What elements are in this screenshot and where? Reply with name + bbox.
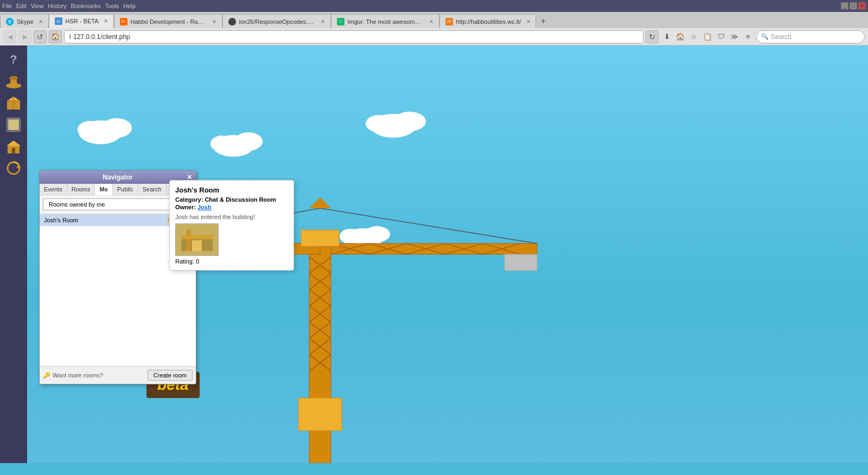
- tab-search[interactable]: Search: [138, 184, 167, 195]
- tab-util-label: http://habboutilities.wc.lt/: [456, 18, 521, 25]
- menu-history[interactable]: History: [48, 3, 66, 9]
- maximize-button[interactable]: □: [850, 2, 857, 10]
- tab-github-close[interactable]: ×: [321, 18, 325, 25]
- tab-public[interactable]: Public: [113, 184, 138, 195]
- tab-imgur-close[interactable]: ×: [430, 18, 433, 25]
- menu-edit[interactable]: Edit: [16, 3, 27, 9]
- hsr-favicon: H: [55, 17, 62, 25]
- home-icon[interactable]: 🏠: [674, 31, 686, 43]
- tab-hsr-label: HSR - BETA: [66, 18, 99, 24]
- star-icon[interactable]: ☆: [688, 31, 700, 43]
- room-tooltip-popup: Josh's Room Category: Chat & Discussion …: [169, 180, 294, 271]
- tab-events[interactable]: Events: [40, 184, 67, 195]
- svg-point-20: [371, 114, 416, 138]
- minimize-button[interactable]: _: [841, 2, 848, 10]
- download-icon[interactable]: ⬇: [661, 31, 673, 43]
- sidebar-box-icon[interactable]: [4, 93, 23, 113]
- room-popup-title: Josh's Room: [175, 186, 288, 194]
- room-popup-owner: Owner: Josh: [175, 204, 288, 210]
- tab-util-close[interactable]: ×: [526, 18, 530, 25]
- svg-rect-79: [187, 229, 191, 251]
- svg-point-15: [101, 118, 132, 138]
- skype-favicon: S: [6, 18, 14, 25]
- new-tab-button[interactable]: +: [536, 14, 550, 28]
- svg-point-22: [366, 115, 392, 132]
- game-area: ?: [0, 46, 868, 463]
- want-more-rooms-label: Want more rooms?: [53, 372, 103, 378]
- tab-habbo-close[interactable]: ×: [213, 18, 216, 25]
- search-icon: 🔍: [761, 33, 769, 40]
- refresh-button[interactable]: ↻: [646, 30, 659, 43]
- svg-rect-81: [192, 240, 202, 251]
- svg-rect-8: [8, 119, 19, 130]
- util-favicon: H: [445, 18, 453, 25]
- svg-rect-80: [181, 235, 213, 239]
- close-button[interactable]: ✕: [858, 2, 866, 10]
- toolbar-icons: ⬇ 🏠 ☆ 📋 🛡 ≫ ≡: [661, 31, 754, 43]
- svg-point-21: [393, 112, 426, 131]
- tab-skype-label: Skype: [17, 18, 34, 25]
- tab-me[interactable]: Me: [95, 184, 112, 195]
- svg-line-62: [320, 208, 537, 243]
- sidebar-refresh-icon[interactable]: [4, 158, 23, 178]
- menu-view[interactable]: View: [31, 3, 44, 9]
- tab-hsr-close[interactable]: ×: [104, 17, 108, 25]
- navigator-bottom-text: 🔑 Want more rooms?: [43, 372, 144, 379]
- rating-value: 0: [196, 258, 199, 265]
- shield-icon[interactable]: 🛡: [715, 31, 727, 43]
- menu-tools[interactable]: Tools: [105, 3, 119, 9]
- url-text: 127.0.0.1/client.php: [73, 33, 130, 41]
- menu-bookmarks[interactable]: Bookmarks: [71, 3, 101, 9]
- svg-point-2: [9, 76, 18, 80]
- tab-rooms[interactable]: Rooms: [67, 184, 95, 195]
- clipboard-icon[interactable]: 📋: [701, 31, 713, 43]
- back-button[interactable]: ◀: [3, 30, 16, 43]
- menu-icon[interactable]: ≡: [742, 31, 754, 43]
- tab-util[interactable]: H http://habboutilities.wc.lt/ ×: [439, 14, 537, 28]
- sidebar-hat-icon[interactable]: [4, 72, 23, 91]
- svg-point-16: [78, 121, 101, 138]
- forward-button[interactable]: ▶: [18, 30, 31, 43]
- room-popup-category: Category: Chat & Discussion Room: [175, 196, 288, 203]
- tab-imgur-label: Imgur: The most awesome im...: [348, 18, 424, 25]
- tab-habbo[interactable]: H Habbo Development - RaGEZ... ×: [114, 14, 222, 28]
- home-button[interactable]: 🏠: [49, 30, 62, 43]
- search-placeholder: Search: [771, 33, 792, 41]
- tab-skype-close[interactable]: ×: [39, 18, 43, 25]
- room-popup-description: Josh has entered the building!: [175, 214, 288, 220]
- search-bar[interactable]: 🔍 Search: [756, 30, 865, 43]
- more-icon[interactable]: ≫: [729, 31, 741, 43]
- window-controls: _ □ ✕: [841, 2, 866, 10]
- svg-point-19: [210, 136, 232, 152]
- habbo-favicon: H: [120, 18, 127, 25]
- sidebar-room-icon[interactable]: [4, 137, 23, 156]
- tab-skype[interactable]: S Skype ×: [0, 14, 49, 28]
- menu-help[interactable]: Help: [123, 3, 136, 9]
- create-room-button[interactable]: Create room: [148, 370, 193, 381]
- tab-github[interactable]: ⚫ ion26/ResponseOpcodes.cs a... ×: [222, 14, 331, 28]
- navigation-bar: ◀ ▶ ↺ 🏠 ℹ 127.0.0.1/client.php ↻ ⬇ 🏠 ☆ 📋…: [0, 28, 868, 46]
- tab-bar: S Skype × H HSR - BETA × H Habbo Develop…: [0, 12, 868, 28]
- reload-button[interactable]: ↺: [34, 30, 47, 43]
- title-bar: File Edit View History Bookmarks Tools H…: [0, 0, 868, 12]
- room-thumbnail: [175, 223, 219, 256]
- imgur-favicon: i: [337, 18, 344, 25]
- sidebar-portrait-icon[interactable]: [4, 115, 23, 134]
- svg-rect-75: [301, 230, 339, 246]
- room-owner-link[interactable]: Josh: [197, 204, 212, 210]
- github-favicon: ⚫: [228, 18, 236, 25]
- menu-file[interactable]: File: [2, 3, 12, 9]
- sidebar-question-icon[interactable]: ?: [4, 50, 23, 69]
- svg-rect-76: [298, 398, 342, 431]
- svg-point-18: [234, 132, 263, 151]
- left-sidebar: ?: [0, 46, 27, 463]
- svg-point-17: [213, 135, 254, 157]
- url-lock-icon: ℹ: [69, 33, 71, 40]
- navigator-bottom: 🔑 Want more rooms? Create room: [40, 366, 196, 384]
- svg-rect-11: [12, 148, 15, 153]
- tab-imgur[interactable]: i Imgur: The most awesome im... ×: [331, 14, 439, 28]
- room-popup-rating: Rating: 0: [175, 258, 288, 265]
- url-bar[interactable]: ℹ 127.0.0.1/client.php: [64, 30, 643, 43]
- game-viewport: beta Navigator ✕ Events Rooms Me Public …: [27, 46, 868, 463]
- tab-hsr[interactable]: H HSR - BETA ×: [49, 14, 114, 28]
